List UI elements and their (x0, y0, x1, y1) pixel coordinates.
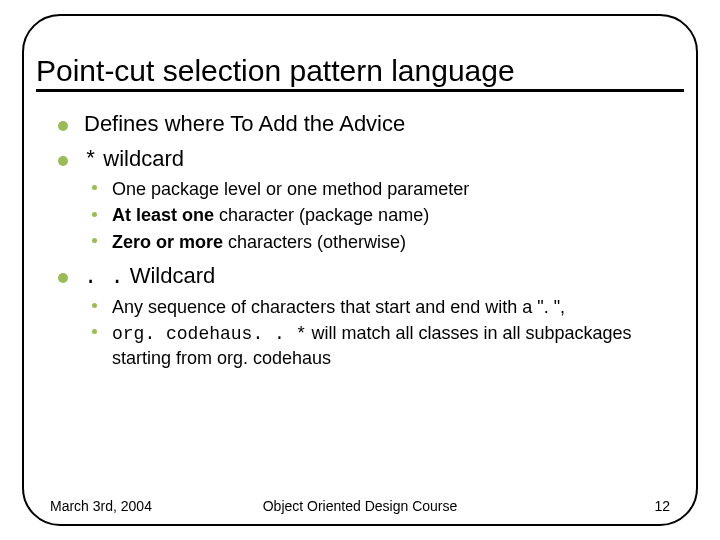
footer-course: Object Oriented Design Course (50, 498, 670, 514)
bullet-dotdot-wildcard: . . Wildcard Any sequence of characters … (50, 262, 670, 370)
sub-org-codehaus: org. codehaus. . * will match all classe… (84, 321, 670, 371)
sub-zero-or-more-strong: Zero or more (112, 232, 223, 252)
bullet-star-wildcard-text: wildcard (97, 146, 184, 171)
bullet-defines: Defines where To Add the Advice (50, 110, 670, 139)
sublist-star: One package level or one method paramete… (84, 177, 670, 254)
slide-footer: March 3rd, 2004 Object Oriented Design C… (50, 498, 670, 514)
sub-any-sequence: Any sequence of characters that start an… (84, 295, 670, 319)
sub-any-sequence-text: Any sequence of characters that start an… (112, 297, 565, 317)
bullet-list: Defines where To Add the Advice * wildca… (50, 110, 670, 371)
sub-zero-or-more-rest: characters (otherwise) (223, 232, 406, 252)
sublist-dotdot: Any sequence of characters that start an… (84, 295, 670, 371)
sub-at-least-one-rest: character (package name) (214, 205, 429, 225)
slide-title: Point-cut selection pattern language (36, 54, 684, 92)
bullet-defines-text: Defines where To Add the Advice (84, 111, 405, 136)
code-star: * (84, 148, 97, 173)
code-org-codehaus: org. codehaus. . * (112, 324, 306, 344)
bullet-dotdot-wildcard-text: Wildcard (124, 263, 216, 288)
sub-at-least-one-strong: At least one (112, 205, 214, 225)
bullet-star-wildcard: * wildcard One package level or one meth… (50, 145, 670, 254)
sub-at-least-one: At least one character (package name) (84, 203, 670, 227)
code-dotdot: . . (84, 265, 124, 290)
slide: Point-cut selection pattern language Def… (0, 0, 720, 540)
sub-one-package: One package level or one method paramete… (84, 177, 670, 201)
sub-zero-or-more: Zero or more characters (otherwise) (84, 230, 670, 254)
sub-one-package-text: One package level or one method paramete… (112, 179, 469, 199)
slide-content: Defines where To Add the Advice * wildca… (50, 110, 670, 371)
